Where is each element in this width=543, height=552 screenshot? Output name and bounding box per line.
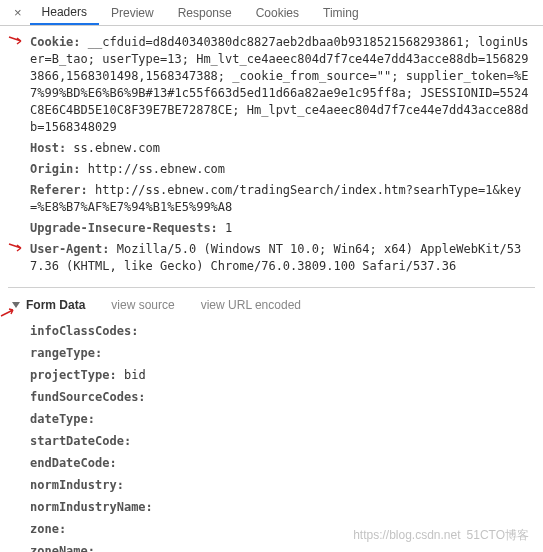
devtools-tabs: × HeadersPreviewResponseCookiesTiming: [0, 0, 543, 26]
header-row: Host: ss.ebnew.com: [30, 138, 535, 159]
header-value: __cfduid=d8d40340380dc8827aeb2dbaa0b9318…: [30, 35, 529, 134]
header-key: User-Agent:: [30, 242, 109, 256]
header-key: Referer:: [30, 183, 88, 197]
tab-headers[interactable]: Headers: [30, 1, 99, 25]
header-key: Host:: [30, 141, 66, 155]
headers-panel: Cookie: __cfduid=d8d40340380dc8827aeb2db…: [0, 26, 543, 552]
header-key: Cookie:: [30, 35, 81, 49]
watermark: https://blog.csdn.net51CTO博客: [353, 527, 533, 544]
form-key: dateType:: [30, 412, 95, 426]
form-key: zone:: [30, 522, 66, 536]
form-key: fundSourceCodes:: [30, 390, 146, 404]
form-key: normIndustryName:: [30, 500, 153, 514]
form-row: infoClassCodes:: [30, 320, 535, 342]
form-row: dateType:: [30, 408, 535, 430]
arrow-annotation-icon: [8, 242, 24, 252]
header-key: Upgrade-Insecure-Requests:: [30, 221, 218, 235]
header-value: 1: [218, 221, 232, 235]
tab-timing[interactable]: Timing: [311, 2, 371, 24]
tab-preview[interactable]: Preview: [99, 2, 166, 24]
header-row: Origin: http://ss.ebnew.com: [30, 159, 535, 180]
header-row: Referer: http://ss.ebnew.com/tradingSear…: [30, 180, 535, 218]
arrow-annotation-icon: [0, 306, 16, 316]
view-source-link[interactable]: view source: [111, 298, 174, 312]
header-value: ss.ebnew.com: [66, 141, 160, 155]
form-row: fundSourceCodes:: [30, 386, 535, 408]
divider: [8, 287, 535, 288]
form-key: zoneName:: [30, 544, 95, 552]
request-headers-block: Cookie: __cfduid=d8d40340380dc8827aeb2db…: [30, 32, 535, 277]
header-row: User-Agent: Mozilla/5.0 (Windows NT 10.0…: [30, 239, 535, 277]
form-data-section-header[interactable]: Form Data view source view URL encoded: [12, 294, 535, 316]
form-row: projectType: bid: [30, 364, 535, 386]
form-key: projectType:: [30, 368, 117, 382]
form-key: normIndustry:: [30, 478, 124, 492]
header-value: http://ss.ebnew.com: [81, 162, 226, 176]
form-key: rangeType:: [30, 346, 102, 360]
form-row: normIndustryName:: [30, 496, 535, 518]
section-title: Form Data: [26, 298, 85, 312]
tab-cookies[interactable]: Cookies: [244, 2, 311, 24]
form-value: bid: [117, 368, 146, 382]
form-row: startDateCode:: [30, 430, 535, 452]
arrow-annotation-icon: [8, 35, 24, 45]
header-key: Origin:: [30, 162, 81, 176]
form-data-block: infoClassCodes:rangeType:projectType: bi…: [30, 316, 535, 552]
view-url-encoded-link[interactable]: view URL encoded: [201, 298, 301, 312]
form-row: endDateCode:: [30, 452, 535, 474]
header-row: Upgrade-Insecure-Requests: 1: [30, 218, 535, 239]
form-key: startDateCode:: [30, 434, 131, 448]
form-key: infoClassCodes:: [30, 324, 138, 338]
header-row: Cookie: __cfduid=d8d40340380dc8827aeb2db…: [30, 32, 535, 138]
header-value: http://ss.ebnew.com/tradingSearch/index.…: [30, 183, 521, 214]
tab-response[interactable]: Response: [166, 2, 244, 24]
form-row: normIndustry:: [30, 474, 535, 496]
form-key: endDateCode:: [30, 456, 117, 470]
close-icon[interactable]: ×: [6, 5, 30, 20]
form-row: rangeType:: [30, 342, 535, 364]
